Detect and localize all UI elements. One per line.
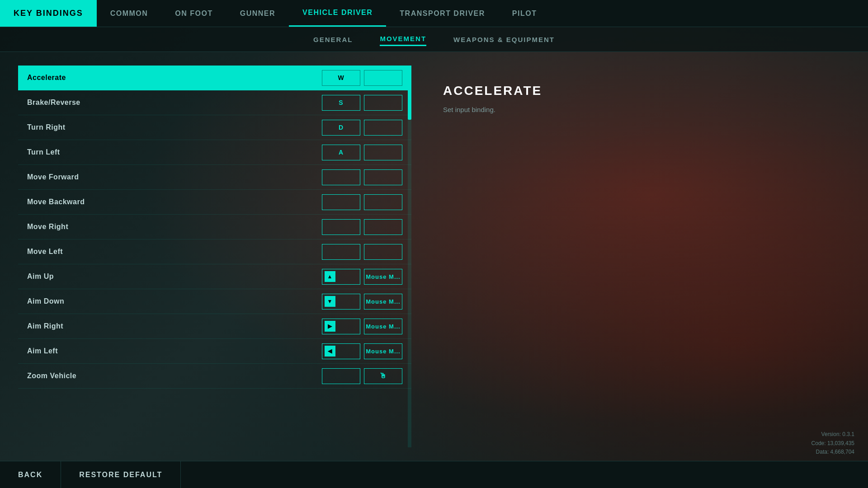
binding-keys: ▶Mouse M... bbox=[322, 319, 402, 334]
binding-row[interactable]: Aim Left◀Mouse M... bbox=[18, 339, 411, 364]
key-binding-secondary[interactable] bbox=[364, 95, 402, 111]
binding-keys bbox=[322, 244, 402, 260]
binding-label: Turn Left bbox=[27, 148, 322, 156]
binding-label: Brake/Reverse bbox=[27, 99, 322, 107]
nav-tab-transport-driver[interactable]: TRANSPORT DRIVER bbox=[386, 0, 498, 27]
restore-default-button[interactable]: RESTORE DEFAULT bbox=[61, 461, 181, 488]
nav-keybindings-label: KEY BINDINGS bbox=[0, 0, 97, 27]
key-icon-badge: ▶ bbox=[325, 321, 335, 332]
binding-row[interactable]: Aim Right▶Mouse M... bbox=[18, 314, 411, 339]
info-title: ACCELERATE bbox=[443, 84, 836, 98]
binding-keys bbox=[322, 194, 402, 210]
binding-keys bbox=[322, 219, 402, 235]
version-line2: Code: 13,039,435 bbox=[811, 439, 854, 448]
key-binding-secondary[interactable] bbox=[364, 169, 402, 185]
key-binding-secondary[interactable]: Mouse M... bbox=[364, 343, 402, 359]
key-icon-badge: ▼ bbox=[325, 296, 335, 307]
sub-tab-movement[interactable]: MOVEMENT bbox=[380, 33, 426, 46]
binding-label: Turn Right bbox=[27, 123, 322, 131]
bindings-list: AccelerateWBrake/ReverseSTurn RightDTurn… bbox=[18, 66, 411, 389]
key-binding-primary[interactable]: ▼ bbox=[322, 294, 360, 310]
key-binding-secondary[interactable]: Mouse M... bbox=[364, 294, 402, 310]
binding-label: Aim Up bbox=[27, 272, 322, 281]
key-binding-secondary[interactable] bbox=[364, 219, 402, 235]
key-binding-primary[interactable] bbox=[322, 219, 360, 235]
sub-tab-weapons-equipment[interactable]: WEAPONS & EQUIPMENT bbox=[453, 33, 555, 46]
binding-label: Move Left bbox=[27, 248, 322, 256]
key-binding-primary[interactable]: ▶ bbox=[322, 319, 360, 334]
key-binding-primary[interactable]: ▲ bbox=[322, 269, 360, 285]
mouse-binding-text: Mouse M... bbox=[366, 298, 400, 305]
binding-label: Move Forward bbox=[27, 173, 322, 181]
binding-keys: ◀Mouse M... bbox=[322, 343, 402, 359]
binding-row[interactable]: Zoom Vehicle🖱 bbox=[18, 364, 411, 389]
binding-label: Move Backward bbox=[27, 198, 322, 206]
key-binding-secondary[interactable] bbox=[364, 145, 402, 160]
key-binding-secondary[interactable]: Mouse M... bbox=[364, 269, 402, 285]
nav-tab-on-foot[interactable]: ON FOOT bbox=[161, 0, 226, 27]
binding-label: Move Right bbox=[27, 223, 322, 231]
nav-tab-common[interactable]: COMMON bbox=[97, 0, 162, 27]
key-binding-primary[interactable] bbox=[322, 244, 360, 260]
bindings-panel: AccelerateWBrake/ReverseSTurn RightDTurn… bbox=[18, 66, 411, 447]
binding-row[interactable]: Aim Down▼Mouse M... bbox=[18, 289, 411, 314]
nav-tab-gunner[interactable]: GUNNER bbox=[226, 0, 289, 27]
key-binding-primary[interactable] bbox=[322, 368, 360, 384]
version-line1: Version: 0.3.1 bbox=[811, 430, 854, 439]
key-icon-badge: ◀ bbox=[325, 346, 335, 357]
key-icon-badge: ▲ bbox=[325, 271, 335, 282]
binding-row[interactable]: Move Forward bbox=[18, 165, 411, 190]
sub-nav: GENERAL MOVEMENT WEAPONS & EQUIPMENT bbox=[0, 27, 868, 52]
nav-tab-vehicle-driver[interactable]: VEHICLE DRIVER bbox=[289, 0, 386, 27]
mouse-binding-text: Mouse M... bbox=[366, 273, 400, 280]
mouse-binding-text: Mouse M... bbox=[366, 348, 400, 355]
version-line3: Data: 4,668,704 bbox=[811, 448, 854, 456]
binding-row[interactable]: Move Left bbox=[18, 239, 411, 264]
binding-label: Aim Right bbox=[27, 322, 322, 330]
binding-keys: S bbox=[322, 95, 402, 111]
binding-row[interactable]: Move Right bbox=[18, 215, 411, 239]
binding-keys: ▼Mouse M... bbox=[322, 294, 402, 310]
binding-keys bbox=[322, 169, 402, 185]
key-binding-secondary[interactable] bbox=[364, 120, 402, 136]
binding-row[interactable]: Brake/ReverseS bbox=[18, 90, 411, 115]
binding-row[interactable]: Aim Up▲Mouse M... bbox=[18, 264, 411, 289]
key-binding-primary[interactable] bbox=[322, 169, 360, 185]
info-panel: ACCELERATE Set input binding. bbox=[429, 66, 850, 447]
version-info: Version: 0.3.1 Code: 13,039,435 Data: 4,… bbox=[811, 430, 854, 456]
binding-keys: A bbox=[322, 145, 402, 160]
sub-tab-general[interactable]: GENERAL bbox=[313, 33, 353, 46]
nav-tab-pilot[interactable]: PILOT bbox=[499, 0, 551, 27]
binding-row[interactable]: AccelerateW bbox=[18, 66, 411, 90]
binding-keys: 🖱 bbox=[322, 368, 402, 384]
key-binding-primary[interactable] bbox=[322, 194, 360, 210]
binding-row[interactable]: Move Backward bbox=[18, 190, 411, 215]
key-binding-primary[interactable]: S bbox=[322, 95, 360, 111]
scrollbar-thumb[interactable] bbox=[408, 66, 411, 120]
key-binding-secondary[interactable] bbox=[364, 244, 402, 260]
binding-label: Aim Down bbox=[27, 297, 322, 305]
binding-keys: D bbox=[322, 120, 402, 136]
key-binding-primary[interactable]: W bbox=[322, 70, 360, 86]
key-binding-secondary[interactable] bbox=[364, 194, 402, 210]
key-binding-primary[interactable]: ◀ bbox=[322, 343, 360, 359]
binding-keys: W bbox=[322, 70, 402, 86]
key-binding-primary[interactable]: A bbox=[322, 145, 360, 160]
back-button[interactable]: BACK bbox=[0, 461, 61, 488]
bottom-bar: BACK RESTORE DEFAULT bbox=[0, 461, 868, 488]
top-nav: KEY BINDINGS COMMON ON FOOT GUNNER VEHIC… bbox=[0, 0, 868, 27]
key-binding-secondary[interactable] bbox=[364, 70, 402, 86]
main-content: AccelerateWBrake/ReverseSTurn RightDTurn… bbox=[0, 52, 868, 461]
binding-row[interactable]: Turn LeftA bbox=[18, 140, 411, 165]
mouse-icon: 🖱 bbox=[379, 372, 387, 380]
binding-row[interactable]: Turn RightD bbox=[18, 115, 411, 140]
key-binding-secondary[interactable]: 🖱 bbox=[364, 368, 402, 384]
info-description: Set input binding. bbox=[443, 105, 836, 115]
binding-label: Zoom Vehicle bbox=[27, 372, 322, 380]
scrollbar-track[interactable] bbox=[408, 66, 411, 447]
binding-label: Aim Left bbox=[27, 347, 322, 355]
binding-label: Accelerate bbox=[27, 74, 322, 82]
key-binding-primary[interactable]: D bbox=[322, 120, 360, 136]
mouse-binding-text: Mouse M... bbox=[366, 323, 400, 330]
key-binding-secondary[interactable]: Mouse M... bbox=[364, 319, 402, 334]
